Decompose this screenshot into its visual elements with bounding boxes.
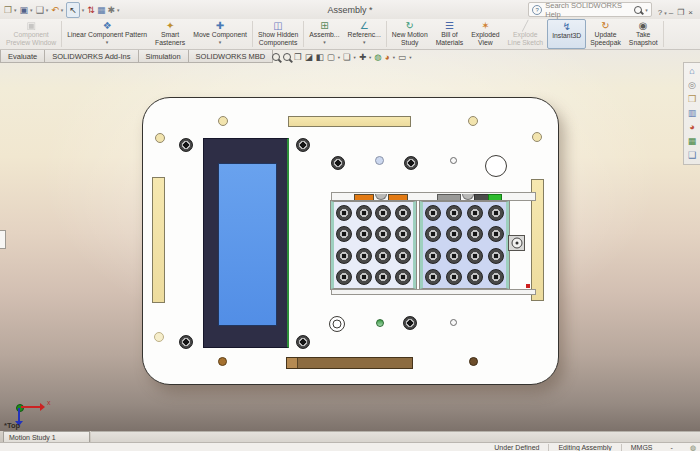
- appearances-icon[interactable]: ◕: [689, 121, 694, 134]
- search-caret-icon[interactable]: ▾: [645, 7, 648, 13]
- select-icon[interactable]: ↖: [66, 2, 80, 18]
- edit-appearance-icon-caret[interactable]: ▾: [393, 55, 395, 60]
- solder-pad[interactable]: [218, 357, 227, 366]
- tab-solidworks-mbd[interactable]: SOLIDWORKS MBD: [189, 50, 274, 63]
- new-motion-study-button[interactable]: ↻New Motion Study: [388, 19, 432, 49]
- instant3d-button[interactable]: ↯Instant3D: [547, 19, 586, 49]
- save-icon-caret[interactable]: ▾: [30, 7, 33, 13]
- green-led[interactable]: [376, 319, 384, 327]
- keypad-button[interactable]: [446, 226, 462, 242]
- update-speedpak-button[interactable]: ↻Update Speedpak: [586, 19, 625, 49]
- hide-show-items-icon-caret[interactable]: ▾: [369, 55, 371, 60]
- keypad-button[interactable]: [356, 226, 372, 242]
- view-settings-icon-caret[interactable]: ▾: [409, 55, 411, 60]
- keypad-button[interactable]: [356, 205, 372, 221]
- settings-gear-icon-caret[interactable]: ▾: [117, 7, 120, 13]
- keypad-button[interactable]: [356, 248, 372, 264]
- screw[interactable]: [331, 156, 345, 170]
- keypad-button[interactable]: [467, 248, 483, 264]
- lcd-module[interactable]: [203, 138, 289, 348]
- previous-view-icon[interactable]: ❐: [294, 52, 302, 62]
- assembly-features-button[interactable]: ⊞Assemb...▾: [305, 19, 343, 49]
- exploded-view-button[interactable]: ✶Exploded View: [467, 19, 503, 49]
- close-button[interactable]: ×: [686, 8, 695, 17]
- keypad-button[interactable]: [467, 205, 483, 221]
- keypad-button[interactable]: [395, 226, 411, 242]
- keypad-button[interactable]: [375, 226, 391, 242]
- solidworks-resources-icon[interactable]: ◎: [688, 79, 696, 92]
- keypad-button[interactable]: [336, 205, 352, 221]
- design-library-icon[interactable]: ❒: [688, 93, 696, 106]
- tags-icon[interactable]: ◍: [682, 444, 700, 451]
- search-input[interactable]: Search SOLIDWORKS Help: [545, 1, 631, 19]
- view-orientation-icon[interactable]: ▢: [327, 52, 335, 62]
- bill-of-materials-button[interactable]: ☰Bill of Materials: [432, 19, 468, 49]
- keypad-button[interactable]: [446, 269, 462, 285]
- keypad-button[interactable]: [375, 269, 391, 285]
- keypad-button[interactable]: [395, 248, 411, 264]
- tab-simulation[interactable]: Simulation: [139, 50, 189, 63]
- screw[interactable]: [296, 138, 310, 152]
- help-button[interactable]: ?: [656, 8, 664, 17]
- small-hole[interactable]: [450, 319, 457, 326]
- keypad-button[interactable]: [488, 269, 504, 285]
- large-hole[interactable]: [485, 155, 507, 177]
- panel-splitter-handle[interactable]: [0, 230, 6, 249]
- undo-icon-caret[interactable]: ▾: [61, 7, 64, 13]
- reference-geometry-caret[interactable]: ▾: [363, 40, 366, 44]
- keypad-button[interactable]: [395, 269, 411, 285]
- keypad-button[interactable]: [395, 205, 411, 221]
- ic-chip-gray[interactable]: [437, 194, 461, 201]
- options-window-icon[interactable]: ▦: [97, 3, 106, 17]
- reference-geometry-button[interactable]: ∠Referenc...▾: [344, 19, 385, 49]
- settings-gear-icon[interactable]: ✱: [107, 3, 115, 17]
- screw-hole-ring[interactable]: [329, 316, 345, 332]
- display-style-icon-caret[interactable]: ▾: [354, 55, 356, 60]
- mount-hole[interactable]: [154, 332, 164, 342]
- keypad-button[interactable]: [467, 269, 483, 285]
- display-style-icon[interactable]: ❏: [343, 52, 351, 62]
- keypad-button[interactable]: [336, 226, 352, 242]
- keypad-button[interactable]: [425, 205, 441, 221]
- home-icon[interactable]: ⌂: [689, 65, 694, 78]
- capacitor[interactable]: [375, 156, 384, 165]
- file-explorer-icon[interactable]: ▥: [688, 107, 697, 120]
- keypad-button[interactable]: [446, 205, 462, 221]
- mount-hole[interactable]: [468, 116, 478, 126]
- view-orientation-icon-caret[interactable]: ▾: [338, 55, 340, 60]
- solder-pad[interactable]: [469, 357, 478, 366]
- keypad-button[interactable]: [425, 248, 441, 264]
- mount-hole[interactable]: [218, 116, 228, 126]
- rebuild-icon[interactable]: ⇅: [87, 3, 95, 17]
- move-component-button[interactable]: ✚Move Component▾: [189, 19, 251, 49]
- print-icon-caret[interactable]: ▾: [46, 7, 49, 13]
- keypad-button[interactable]: [488, 205, 504, 221]
- edge-connector[interactable]: [286, 357, 413, 369]
- minimize-button[interactable]: –: [667, 8, 675, 17]
- show-hidden-components-button[interactable]: ◫Show Hidden Components: [254, 19, 302, 49]
- ic-chip-strip[interactable]: [331, 192, 536, 201]
- zoom-to-area-icon[interactable]: [283, 53, 291, 61]
- custom-properties-icon[interactable]: ▦: [688, 135, 697, 148]
- keypad-button[interactable]: [336, 248, 352, 264]
- section-view-icon[interactable]: ◪: [305, 52, 313, 62]
- keypad-button[interactable]: [356, 269, 372, 285]
- screw[interactable]: [296, 335, 310, 349]
- open-icon[interactable]: ❐: [4, 3, 12, 17]
- tab-evaluate[interactable]: Evaluate: [0, 50, 45, 63]
- select-icon-caret[interactable]: ▾: [82, 7, 85, 13]
- ic-chip-orange[interactable]: [388, 194, 408, 201]
- dynamic-assembly-xpert-icon[interactable]: ◧: [316, 52, 324, 62]
- realview-icon[interactable]: ◍: [374, 52, 381, 62]
- keypad-button[interactable]: [446, 248, 462, 264]
- lcd-screen[interactable]: [218, 163, 277, 326]
- ic-chip-green[interactable]: [488, 194, 502, 201]
- keypad-right[interactable]: [420, 201, 509, 289]
- motion-study-tab[interactable]: Motion Study 1: [3, 431, 90, 442]
- tab-solidworks-add-ins[interactable]: SOLIDWORKS Add-Ins: [45, 50, 138, 63]
- screw[interactable]: [403, 316, 417, 330]
- mount-hole[interactable]: [532, 132, 542, 142]
- keypad-button[interactable]: [375, 205, 391, 221]
- save-icon[interactable]: ▣: [20, 3, 29, 17]
- keypad-button[interactable]: [375, 248, 391, 264]
